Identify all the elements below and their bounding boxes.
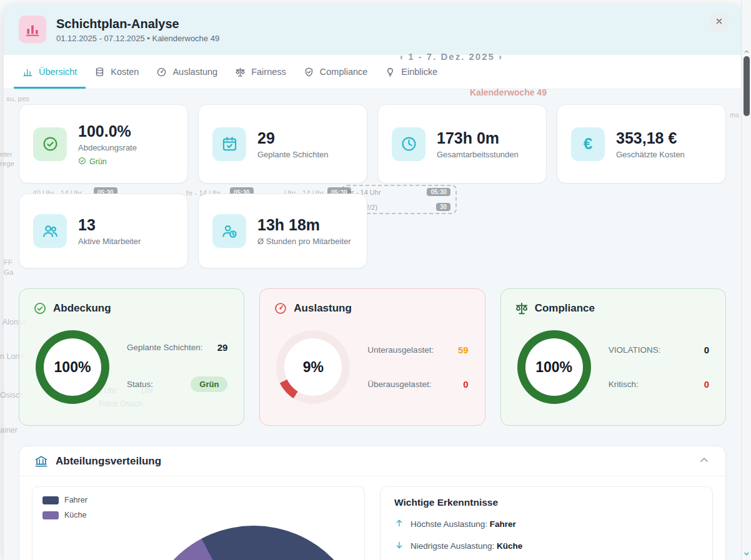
check-circle-icon [33, 127, 67, 161]
clock-icon [392, 127, 425, 161]
scrollbar-thumb[interactable] [744, 56, 750, 116]
page-title: Schichtplan-Analyse [56, 16, 219, 32]
panel-compliance: Compliance 100% VIOLATIONS: 0 Kr [500, 288, 726, 426]
tab-einblicke[interactable]: Einblicke [376, 55, 446, 89]
panel-row: Überausgelastet: 0 [367, 379, 468, 390]
stat-card-gesamtarbeitsstunden: 173h 0m Gesamtarbeitsstunden [377, 104, 547, 184]
modal-header: Schichtplan-Analyse 01.12.2025 - 07.12.2… [4, 4, 741, 55]
scale-icon [235, 67, 246, 77]
panel-row: Status: Grün [127, 376, 227, 392]
tab-uebersicht[interactable]: Übersicht [14, 55, 86, 89]
stat-value: 173h 0m [437, 129, 519, 147]
page: Schichtplan-Analyse 01.12.2025 - 07.12.2… [0, 0, 751, 560]
tab-bar: Übersicht Kosten Auslastung Fairness Com… [4, 55, 741, 89]
overview-content: 100.0% Abdeckungsrate Grün 29 Geplante S… [4, 89, 741, 560]
section-title: Abteilungsverteilung [56, 455, 161, 468]
user-clock-icon [212, 214, 246, 248]
stat-label: Abdeckungsrate [78, 142, 137, 153]
panel-abdeckung: Abdeckung 100% Geplante Schichten: 29 [19, 288, 244, 426]
tab-label: Compliance [320, 67, 368, 77]
tab-label: Kosten [111, 67, 139, 77]
bank-icon [34, 454, 48, 468]
tab-compliance[interactable]: Compliance [295, 55, 377, 89]
insight-hoechste-auslastung: Höchste Auslastung: Fahrer [394, 518, 699, 530]
calendar-check-icon [212, 127, 246, 161]
panel-title: Auslastung [294, 302, 352, 315]
schichtplan-analyse-modal: Schichtplan-Analyse 01.12.2025 - 07.12.2… [4, 4, 741, 560]
stat-card-aktive-mitarbeiter: 13 Aktive Mitarbeiter [19, 194, 188, 268]
lightbulb-icon [385, 67, 395, 77]
panel-auslastung: Auslastung 9% Unterausgelastet: 59 [259, 288, 485, 426]
euro-icon: € [571, 127, 605, 161]
tab-label: Auslastung [172, 67, 217, 77]
close-button[interactable] [710, 12, 729, 31]
gauge-icon [274, 302, 287, 315]
department-donut [142, 526, 365, 560]
gauge-percent: 100% [54, 359, 91, 376]
panel-row: Kritisch: 0 [609, 379, 709, 390]
tab-label: Übersicht [39, 67, 77, 77]
auslastung-gauge: 9% [276, 330, 350, 404]
stat-value: 13h 18m [257, 215, 351, 234]
bar-chart-icon [19, 16, 46, 43]
tab-auslastung[interactable]: Auslastung [147, 55, 226, 89]
check-circle-icon [78, 157, 86, 167]
date-range-subtitle: 01.12.2025 - 07.12.2025 • Kalenderwoche … [56, 34, 219, 43]
close-icon [714, 16, 724, 28]
panel-row: VIOLATIONS: 0 [609, 345, 709, 355]
stat-card-abdeckungsrate: 100.0% Abdeckungsrate Grün [19, 104, 188, 184]
arrow-up-icon [394, 518, 404, 530]
stat-card-geschaetzte-kosten: € 353,18 € Geschätzte Kosten [557, 104, 726, 184]
shield-check-icon [304, 67, 314, 77]
insights-card: Wichtige Erkenntnisse Höchste Auslastung… [380, 486, 713, 560]
panel-title: Compliance [535, 302, 595, 315]
bar-chart-icon [22, 67, 33, 77]
page-scrollbar[interactable] [741, 0, 751, 560]
users-icon [33, 214, 67, 248]
stat-label: Geplante Schichten [257, 149, 328, 160]
legend-item-kueche[interactable]: Küche [42, 511, 354, 519]
stat-card-stunden-pro-mitarbeiter: 13h 18m Ø Stunden pro Mitarbeiter [198, 194, 367, 268]
insights-title: Wichtige Erkenntnisse [394, 497, 699, 508]
compliance-gauge: 100% [517, 330, 591, 404]
scroll-down-icon[interactable] [742, 549, 751, 558]
department-pie-chart: Fahrer Küche [32, 486, 365, 560]
gauge-icon [156, 67, 167, 77]
stat-label: Aktive Mitarbeiter [78, 236, 141, 247]
status-badge: Grün [191, 376, 227, 392]
legend-item-fahrer[interactable]: Fahrer [42, 496, 354, 504]
tab-fairness[interactable]: Fairness [226, 55, 295, 89]
panel-row: Unterausgelastet: 59 [367, 345, 468, 355]
section-abteilungsverteilung: Abteilungsverteilung Fahrer Küche [19, 446, 726, 560]
check-circle-icon [33, 302, 47, 315]
scale-icon [515, 302, 529, 315]
stat-value: 353,18 € [616, 129, 685, 147]
collapse-section-button[interactable] [698, 454, 710, 468]
legend-swatch [42, 511, 59, 519]
coins-icon [94, 67, 105, 77]
stat-card-geplante-schichten: 29 Geplante Schichten [198, 104, 367, 184]
gauge-percent: 9% [303, 359, 324, 376]
tab-kosten[interactable]: Kosten [86, 55, 147, 89]
stat-cards-row-2: 13 Aktive Mitarbeiter 13h 18m Ø Stunden … [19, 194, 726, 268]
abdeckung-gauge: 100% [36, 330, 109, 404]
panel-title: Abdeckung [53, 302, 111, 315]
insight-niedrigste-auslastung: Niedrigste Auslastung: Küche [394, 540, 699, 552]
panel-row: Geplante Schichten: 29 [127, 342, 227, 353]
gauge-percent: 100% [535, 359, 572, 376]
stat-cards-row-1: 100.0% Abdeckungsrate Grün 29 Geplante S… [19, 104, 726, 184]
scroll-up-icon[interactable] [742, 47, 751, 56]
stat-label: Geschätzte Kosten [616, 149, 685, 160]
stat-label: Gesamtarbeitsstunden [437, 149, 519, 160]
stat-value: 29 [257, 129, 328, 147]
tab-label: Fairness [251, 67, 286, 77]
arrow-down-icon [394, 540, 404, 552]
legend-swatch [42, 496, 59, 504]
chevron-up-icon [698, 454, 710, 468]
status-panels: Abdeckung 100% Geplante Schichten: 29 [19, 288, 726, 426]
stat-label: Ø Stunden pro Mitarbeiter [257, 236, 351, 247]
tab-label: Einblicke [401, 67, 437, 77]
stat-value: 100.0% [78, 122, 137, 140]
stat-value: 13 [78, 215, 141, 234]
status-badge: Grün [78, 157, 137, 167]
